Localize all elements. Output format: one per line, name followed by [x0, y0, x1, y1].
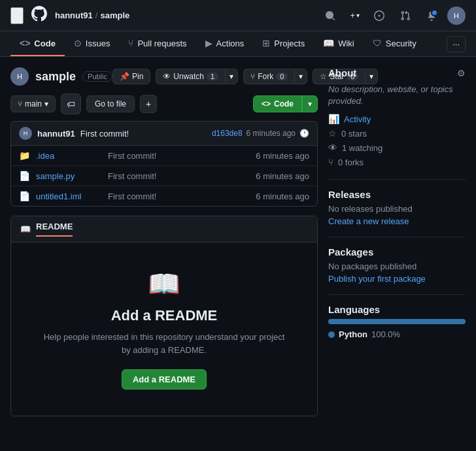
branch-name: main [25, 99, 42, 109]
security-tab-icon: 🛡 [373, 38, 382, 48]
about-description: No description, website, or topics provi… [328, 84, 466, 107]
unwatch-button[interactable]: 👁 Unwatch 1 [156, 69, 225, 84]
pin-button[interactable]: 📌 Pin [112, 69, 150, 84]
chevron-icon: ▾ [356, 12, 360, 19]
folder-icon: 📁 [19, 150, 29, 161]
about-header: About ⚙ [328, 67, 466, 78]
tab-pullrequests-label: Pull requests [137, 39, 186, 48]
pulls-icon-button[interactable] [395, 5, 416, 26]
commit-header: H hannut91 First commit! d163de8 6 minut… [11, 122, 317, 146]
avatar[interactable]: H [447, 7, 466, 25]
breadcrumb-repo: sample [100, 10, 129, 20]
python-pct: 100.0% [371, 329, 400, 339]
about-title: About [328, 67, 356, 78]
breadcrumb-user[interactable]: hannut91 [55, 10, 93, 20]
tab-issues-label: Issues [86, 39, 110, 48]
search-button[interactable] [320, 5, 341, 26]
file-commit-idea: First commit! [108, 151, 249, 161]
hamburger-button[interactable]: ☰ [10, 7, 24, 24]
more-tabs-button[interactable]: ··· [447, 36, 466, 52]
history-icon[interactable]: 🕐 [299, 129, 309, 138]
tab-issues[interactable]: ⊙ Issues [65, 31, 120, 56]
add-readme-button[interactable]: Add a README [122, 369, 207, 390]
add-file-button[interactable]: + [140, 95, 157, 113]
file-name-py[interactable]: sample.py [36, 171, 101, 181]
pin-label: Pin [132, 72, 143, 81]
fork-group: ⑂ Fork 0 ▾ [243, 69, 307, 84]
file-commit-iml: First commit! [108, 192, 249, 201]
languages-section: Languages Python 100.0% [328, 304, 466, 339]
repo-title-row: H sample Public [10, 67, 112, 86]
file-name-idea[interactable]: .idea [36, 151, 101, 161]
file-row: 📁 .idea First commit! 6 minutes ago [11, 146, 317, 166]
readme-book-icon: 📖 [20, 224, 31, 234]
code-dropdown-button[interactable]: <> Code [253, 95, 302, 112]
fork-button[interactable]: ⑂ Fork 0 [243, 69, 294, 84]
python-bar-segment [328, 319, 466, 324]
activity-stat: 📊 Activity [328, 114, 466, 124]
forks-icon: ⑂ [328, 157, 333, 167]
releases-no-releases: No releases published [328, 204, 466, 214]
create-release-link[interactable]: Create a new release [328, 216, 409, 226]
tab-pullrequests[interactable]: ⑂ Pull requests [119, 31, 196, 56]
branch-row: ⑂ main ▾ 🏷 Go to file + <> Code ▾ [10, 93, 318, 114]
tab-wiki[interactable]: 📖 Wiki [314, 31, 364, 56]
commit-time: 6 minutes ago [246, 129, 296, 138]
file-name-iml[interactable]: untitled1.iml [36, 192, 101, 201]
file-icon-py: 📄 [19, 171, 29, 181]
unwatch-dropdown-button[interactable]: ▾ [225, 69, 238, 84]
visibility-badge: Public [82, 71, 112, 82]
file-commit-py: First commit! [108, 171, 249, 181]
breadcrumb: hannut91 / sample [55, 10, 312, 20]
commit-avatar: H [19, 127, 32, 140]
github-logo[interactable] [31, 6, 47, 25]
tab-security-label: Security [386, 39, 416, 48]
breadcrumb-separator: / [95, 10, 98, 20]
packages-no-packages: No packages published [328, 261, 466, 271]
divider-1 [328, 179, 466, 180]
watching-count: 1 watching [342, 143, 382, 153]
forks-count: 0 forks [338, 158, 364, 167]
file-row: 📄 sample.py First commit! 6 minutes ago [11, 166, 317, 186]
tab-projects[interactable]: ⊞ Projects [253, 31, 314, 56]
readme-body: 📖 Add a README Help people interested in… [11, 242, 317, 416]
commit-hash[interactable]: d163de8 [212, 129, 243, 138]
eye-icon: 👁 [163, 72, 171, 81]
branch-selector[interactable]: ⑂ main ▾ [10, 95, 56, 112]
file-icon-iml: 📄 [19, 191, 29, 201]
file-table: H hannut91 First commit! d163de8 6 minut… [10, 121, 318, 207]
packages-title: Packages [328, 246, 466, 258]
code-btn-icon: <> [262, 99, 271, 109]
python-name: Python [339, 329, 367, 339]
tab-projects-label: Projects [274, 39, 305, 48]
pin-icon: 📌 [120, 72, 129, 81]
code-dropdown-arrow[interactable]: ▾ [302, 95, 318, 112]
notifications-button[interactable] [421, 5, 442, 26]
activity-link[interactable]: Activity [344, 114, 371, 124]
goto-file-button[interactable]: Go to file [86, 95, 135, 112]
readme-heading: Add a README [24, 307, 304, 324]
gear-icon[interactable]: ⚙ [457, 68, 466, 78]
tab-code-label: Code [34, 39, 56, 48]
fork-label: Fork [258, 72, 273, 81]
tab-code[interactable]: <> Code [10, 31, 65, 56]
issues-tab-icon: ⊙ [74, 38, 82, 48]
fork-dropdown-button[interactable]: ▾ [294, 69, 307, 84]
left-column: H sample Public 📌 Pin 👁 Unwatch 1 ▾ [10, 67, 318, 416]
readme-description: Help people interested in this repositor… [40, 331, 288, 356]
tab-actions[interactable]: ▶ Actions [196, 31, 254, 56]
issues-icon-button[interactable] [369, 5, 390, 26]
watching-icon: 👁 [328, 142, 337, 153]
about-section: About ⚙ No description, website, or topi… [328, 67, 466, 167]
publish-package-link[interactable]: Publish your first package [328, 274, 426, 284]
topnav-actions: + ▾ H [320, 5, 466, 26]
pulls-tab-icon: ⑂ [128, 38, 133, 48]
tab-security[interactable]: 🛡 Security [364, 31, 426, 56]
plus-button[interactable]: + ▾ [346, 5, 364, 26]
commit-user: hannut91 [37, 129, 75, 139]
repo-name: sample [35, 70, 76, 84]
tab-wiki-label: Wiki [338, 39, 354, 48]
stars-icon: ☆ [328, 128, 337, 139]
tags-button[interactable]: 🏷 [61, 93, 81, 114]
star-icon: ☆ [320, 72, 327, 81]
